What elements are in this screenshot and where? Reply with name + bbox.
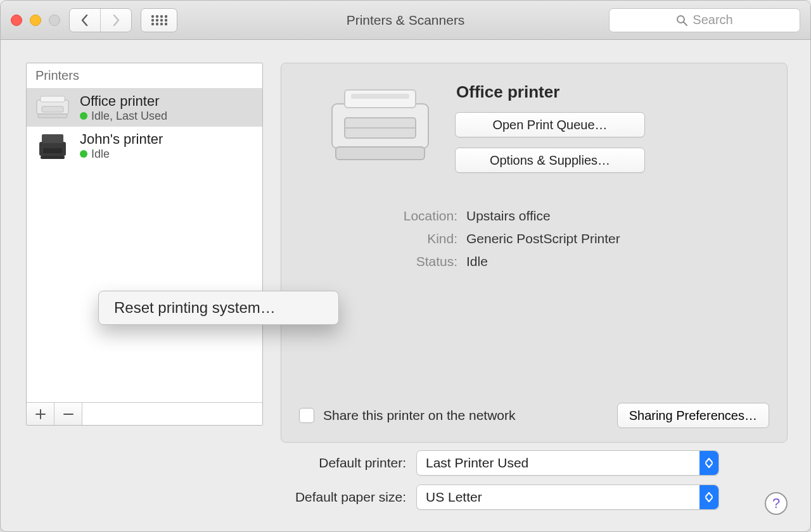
svg-rect-15 bbox=[41, 96, 65, 102]
svg-point-5 bbox=[156, 18, 158, 21]
minimize-window-icon[interactable] bbox=[30, 15, 41, 26]
svg-rect-16 bbox=[42, 106, 63, 112]
help-button[interactable]: ? bbox=[765, 492, 788, 515]
context-menu: Reset printing system… bbox=[98, 291, 339, 325]
svg-point-3 bbox=[165, 15, 167, 17]
printer-name: John's printer bbox=[80, 131, 163, 148]
chevron-right-icon bbox=[111, 14, 121, 27]
location-value: Upstairs office bbox=[466, 208, 551, 224]
svg-rect-20 bbox=[43, 148, 62, 153]
svg-rect-21 bbox=[41, 156, 65, 159]
default-paper-value: US Letter bbox=[426, 490, 482, 505]
minus-icon bbox=[63, 409, 73, 419]
printer-row-johns[interactable]: John's printer Idle bbox=[27, 127, 262, 165]
multifunction-printer-icon bbox=[34, 130, 71, 161]
share-label: Share this printer on the network bbox=[323, 408, 516, 423]
status-value: Idle bbox=[466, 254, 488, 269]
sharing-preferences-button[interactable]: Sharing Preferences… bbox=[617, 403, 769, 428]
printer-status: Idle bbox=[80, 148, 163, 161]
printer-row-office[interactable]: Office printer Idle, Last Used bbox=[27, 89, 262, 127]
reset-printing-system-item[interactable]: Reset printing system… bbox=[114, 299, 276, 317]
content-area: Printers Office printer bbox=[1, 40, 810, 531]
svg-point-10 bbox=[160, 22, 163, 25]
status-label: Status: bbox=[375, 254, 457, 269]
location-label: Location: bbox=[375, 208, 457, 224]
svg-point-9 bbox=[156, 22, 158, 25]
window-controls bbox=[11, 15, 60, 26]
svg-rect-19 bbox=[42, 134, 63, 143]
svg-point-2 bbox=[160, 15, 163, 17]
default-printer-value: Last Printer Used bbox=[426, 455, 528, 471]
svg-rect-17 bbox=[38, 114, 67, 118]
select-stepper-icon bbox=[699, 451, 718, 475]
chevron-left-icon bbox=[80, 14, 90, 27]
forward-button bbox=[100, 9, 131, 32]
zoom-window-icon bbox=[49, 15, 60, 26]
svg-rect-26 bbox=[336, 147, 425, 160]
search-placeholder: Search bbox=[693, 13, 732, 27]
select-stepper-icon bbox=[699, 485, 718, 509]
nav-back-forward bbox=[69, 8, 132, 32]
show-all-button[interactable] bbox=[141, 9, 177, 32]
svg-point-4 bbox=[151, 18, 154, 21]
plus-icon bbox=[35, 409, 46, 419]
titlebar: Printers & Scanners Search bbox=[1, 1, 810, 40]
sidebar-header: Printers bbox=[27, 63, 262, 89]
printer-meta: John's printer Idle bbox=[80, 131, 163, 161]
kind-value: Generic PostScript Printer bbox=[466, 231, 620, 246]
back-button[interactable] bbox=[70, 9, 100, 32]
detail-title: Office printer bbox=[456, 82, 645, 102]
svg-point-6 bbox=[160, 18, 163, 21]
default-printer-select[interactable]: Last Printer Used bbox=[416, 450, 719, 476]
svg-rect-24 bbox=[351, 94, 409, 99]
search-field[interactable]: Search bbox=[609, 8, 800, 32]
search-icon bbox=[676, 15, 687, 26]
preferences-window: Printers & Scanners Search Printers bbox=[0, 0, 811, 532]
help-icon: ? bbox=[772, 495, 780, 512]
svg-line-13 bbox=[684, 22, 687, 25]
add-printer-button[interactable] bbox=[27, 403, 54, 425]
sidebar-footer bbox=[27, 402, 262, 425]
printer-name: Office printer bbox=[80, 93, 167, 110]
printer-list: Office printer Idle, Last Used bbox=[27, 89, 262, 402]
status-dot-icon bbox=[80, 150, 87, 158]
svg-point-8 bbox=[151, 22, 154, 25]
printer-large-icon bbox=[323, 79, 437, 174]
close-window-icon[interactable] bbox=[11, 15, 22, 26]
default-paper-label: Default paper size: bbox=[26, 490, 406, 505]
remove-printer-button[interactable] bbox=[54, 403, 82, 425]
bottom-controls: Default printer: Last Printer Used Defau… bbox=[1, 450, 810, 519]
default-paper-select[interactable]: US Letter bbox=[416, 484, 719, 510]
grid-icon bbox=[151, 15, 167, 26]
svg-point-7 bbox=[165, 18, 167, 21]
svg-point-0 bbox=[151, 15, 154, 17]
printer-detail-pane: Office printer Open Print Queue… Options… bbox=[281, 63, 788, 443]
share-checkbox[interactable] bbox=[299, 408, 314, 423]
default-printer-label: Default printer: bbox=[26, 455, 406, 471]
detail-info: Location: Upstairs office Kind: Generic … bbox=[375, 208, 769, 269]
printer-icon bbox=[34, 92, 71, 123]
show-all-prefs bbox=[141, 8, 177, 32]
open-print-queue-button[interactable]: Open Print Queue… bbox=[455, 112, 645, 137]
printer-meta: Office printer Idle, Last Used bbox=[80, 93, 167, 123]
printers-sidebar: Printers Office printer bbox=[26, 63, 263, 426]
share-row: Share this printer on the network Sharin… bbox=[299, 403, 769, 428]
svg-point-11 bbox=[165, 22, 167, 25]
options-supplies-button[interactable]: Options & Supplies… bbox=[455, 148, 645, 173]
status-dot-icon bbox=[80, 112, 87, 120]
kind-label: Kind: bbox=[375, 231, 457, 246]
svg-point-1 bbox=[156, 15, 158, 17]
printer-status: Idle, Last Used bbox=[80, 110, 167, 123]
